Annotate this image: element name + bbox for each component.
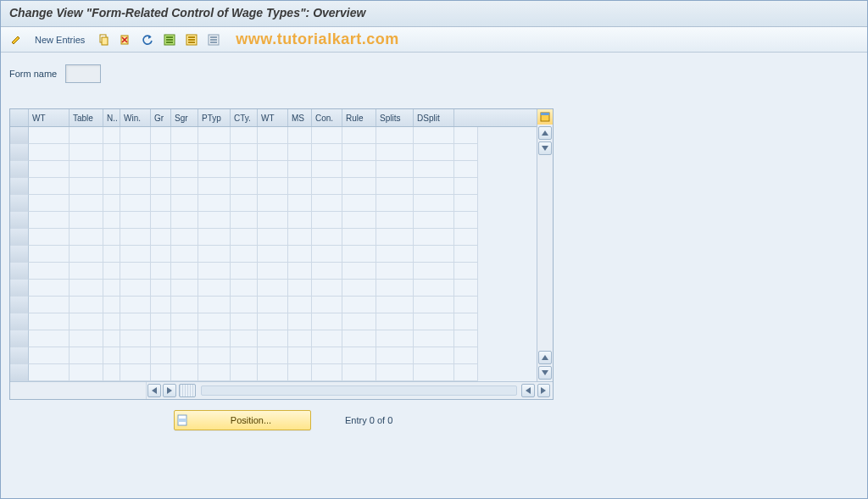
grid-cell[interactable]: [29, 297, 70, 313]
form-name-input[interactable]: [65, 64, 101, 83]
grid-cell[interactable]: [151, 330, 171, 347]
grid-cell[interactable]: [414, 330, 454, 347]
grid-cell[interactable]: [288, 127, 312, 144]
grid-cell[interactable]: [198, 161, 231, 178]
grid-cell[interactable]: [198, 330, 231, 347]
grid-cell[interactable]: [258, 347, 288, 364]
scroll-up-button[interactable]: [538, 126, 552, 140]
horizontal-scrollbar[interactable]: [10, 381, 553, 399]
grid-cell[interactable]: [342, 178, 376, 195]
grid-cell[interactable]: [171, 127, 198, 144]
grid-cell[interactable]: [120, 347, 151, 364]
grid-cell[interactable]: [198, 364, 231, 381]
grid-cell[interactable]: [70, 178, 103, 195]
deselect-all-icon[interactable]: [205, 31, 222, 48]
grid-cell[interactable]: [288, 313, 312, 330]
grid-cell[interactable]: [414, 280, 454, 297]
grid-cell[interactable]: [120, 212, 151, 229]
grid-cell[interactable]: [288, 161, 312, 178]
row-selector[interactable]: [10, 347, 29, 364]
grid-cell[interactable]: [231, 178, 258, 195]
grid-cell[interactable]: [342, 313, 376, 330]
grid-cell[interactable]: [258, 280, 288, 297]
row-selector[interactable]: [10, 364, 29, 381]
grid-cell[interactable]: [258, 246, 288, 263]
grid-cell[interactable]: [103, 212, 120, 229]
grid-cell[interactable]: [70, 297, 103, 313]
grid-cell[interactable]: [414, 212, 454, 229]
grid-cell[interactable]: [29, 195, 70, 212]
grid-cell[interactable]: [151, 212, 171, 229]
row-selector[interactable]: [10, 297, 29, 313]
grid-cell[interactable]: [198, 347, 231, 364]
row-selector-header[interactable]: [10, 109, 29, 126]
grid-cell[interactable]: [454, 127, 478, 144]
grid-cell[interactable]: [288, 330, 312, 347]
row-selector[interactable]: [10, 161, 29, 178]
grid-cell[interactable]: [454, 246, 478, 263]
grid-cell[interactable]: [171, 263, 198, 280]
grid-cell[interactable]: [258, 161, 288, 178]
grid-cell[interactable]: [171, 297, 198, 313]
grid-cell[interactable]: [120, 144, 151, 161]
grid-cell[interactable]: [198, 195, 231, 212]
row-selector[interactable]: [10, 195, 29, 212]
grid-cell[interactable]: [231, 297, 258, 313]
grid-cell[interactable]: [288, 195, 312, 212]
grid-cell[interactable]: [258, 229, 288, 246]
grid-cell[interactable]: [454, 195, 478, 212]
grid-cell[interactable]: [29, 212, 70, 229]
scroll-left-button[interactable]: [521, 384, 535, 397]
grid-cell[interactable]: [70, 347, 103, 364]
grid-cell[interactable]: [231, 330, 258, 347]
grid-cell[interactable]: [198, 212, 231, 229]
grid-cell[interactable]: [29, 127, 70, 144]
grid-cell[interactable]: [454, 364, 478, 381]
grid-cell[interactable]: [376, 212, 414, 229]
grid-cell[interactable]: [171, 144, 198, 161]
grid-cell[interactable]: [151, 178, 171, 195]
grid-cell[interactable]: [376, 229, 414, 246]
col-header[interactable]: WT: [258, 109, 288, 126]
col-header[interactable]: CTy.: [231, 109, 258, 126]
grid-cell[interactable]: [231, 280, 258, 297]
grid-cell[interactable]: [151, 127, 171, 144]
grid-cell[interactable]: [70, 212, 103, 229]
col-header[interactable]: Splits: [376, 109, 414, 126]
grid-cell[interactable]: [103, 144, 120, 161]
row-selector[interactable]: [10, 263, 29, 280]
grid-cell[interactable]: [288, 364, 312, 381]
row-selector[interactable]: [10, 144, 29, 161]
col-header[interactable]: Sgr: [171, 109, 198, 126]
grid-cell[interactable]: [312, 347, 342, 364]
grid-cell[interactable]: [342, 297, 376, 313]
grid-cell[interactable]: [198, 178, 231, 195]
grid-cell[interactable]: [258, 330, 288, 347]
grid-cell[interactable]: [376, 263, 414, 280]
grid-cell[interactable]: [103, 347, 120, 364]
grid-cell[interactable]: [120, 246, 151, 263]
grid-cell[interactable]: [171, 347, 198, 364]
grid-cell[interactable]: [231, 364, 258, 381]
grid-cell[interactable]: [198, 144, 231, 161]
grid-cell[interactable]: [376, 161, 414, 178]
col-header[interactable]: Rule: [342, 109, 376, 126]
grid-cell[interactable]: [70, 195, 103, 212]
grid-cell[interactable]: [376, 297, 414, 313]
vertical-scrollbar[interactable]: [537, 125, 553, 381]
grid-cell[interactable]: [120, 195, 151, 212]
grid-cell[interactable]: [103, 195, 120, 212]
grid-cell[interactable]: [171, 178, 198, 195]
grid-cell[interactable]: [29, 144, 70, 161]
grid-cell[interactable]: [103, 364, 120, 381]
row-selector[interactable]: [10, 229, 29, 246]
grid-cell[interactable]: [120, 229, 151, 246]
grid-cell[interactable]: [376, 195, 414, 212]
col-header[interactable]: Win.: [120, 109, 151, 126]
grid-cell[interactable]: [312, 263, 342, 280]
select-all-icon[interactable]: [161, 31, 178, 48]
grid-cell[interactable]: [342, 347, 376, 364]
grid-cell[interactable]: [414, 347, 454, 364]
grid-cell[interactable]: [312, 297, 342, 313]
grid-cell[interactable]: [29, 229, 70, 246]
